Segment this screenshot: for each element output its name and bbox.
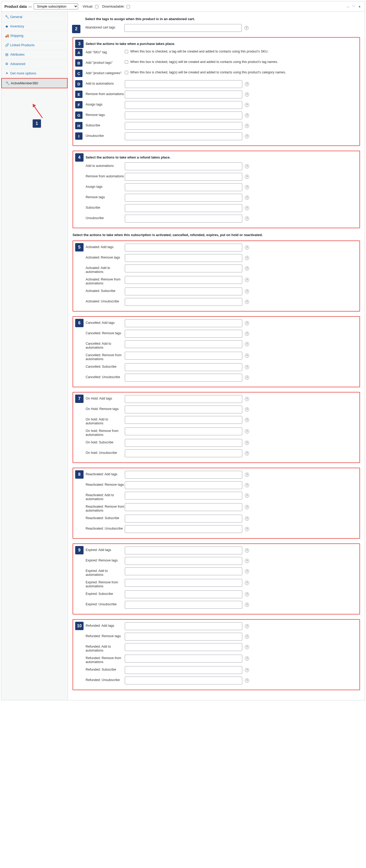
sidebar-item-general[interactable]: 🔧General [1,12,68,22]
toggle-icon[interactable]: ▴ [357,4,362,9]
row-input[interactable] [125,80,242,88]
row-input[interactable] [125,601,242,609]
row-input[interactable] [125,265,242,272]
downloadable-flag[interactable]: Downloadable: [102,4,130,8]
row-input[interactable] [125,183,242,191]
help-icon[interactable]: ? [245,569,249,574]
help-icon[interactable]: ? [245,113,249,118]
help-icon[interactable]: ? [245,451,249,456]
row-input[interactable] [125,567,242,575]
row-input[interactable] [125,319,242,327]
row-input[interactable] [125,395,242,403]
row-input[interactable] [125,439,242,447]
row-input[interactable] [125,450,242,457]
sidebar-item-linked-products[interactable]: 🔗Linked Products [1,40,68,50]
row-input[interactable] [125,428,242,435]
help-icon[interactable]: ? [245,656,249,661]
help-icon[interactable]: ? [245,473,249,477]
row-input[interactable] [125,643,242,651]
help-icon[interactable]: ? [245,103,249,107]
help-icon[interactable]: ? [245,206,249,210]
row-input[interactable] [125,101,242,109]
help-icon[interactable]: ? [245,82,249,86]
help-icon[interactable]: ? [245,266,249,271]
help-icon[interactable]: ? [245,517,249,521]
help-icon[interactable]: ? [245,603,249,607]
help-icon[interactable]: ? [245,505,249,509]
row-input[interactable] [125,622,242,630]
help-icon[interactable]: ? [245,300,249,304]
row-input[interactable] [125,677,242,684]
help-icon[interactable]: ? [245,548,249,553]
row-input[interactable] [125,112,242,119]
help-icon[interactable]: ? [245,175,249,179]
help-icon[interactable]: ? [245,429,249,433]
sidebar-item-advanced[interactable]: ⚙Advanced [1,59,68,69]
collapse-down-icon[interactable]: ﹀ [352,4,356,9]
row-input[interactable] [125,340,242,348]
help-icon[interactable]: ? [245,256,249,260]
help-icon[interactable]: ? [245,365,249,369]
help-icon[interactable]: ? [245,342,249,346]
row-checkbox[interactable] [125,50,128,53]
row-input[interactable] [125,330,242,338]
help-icon[interactable]: ? [245,332,249,336]
row-input[interactable] [125,132,242,140]
row-checkbox[interactable] [125,71,128,74]
help-icon[interactable]: ? [245,407,249,411]
row-input[interactable] [125,406,242,413]
row-input[interactable] [125,471,242,479]
row-input[interactable] [125,525,242,533]
help-icon[interactable]: ? [245,164,249,168]
help-icon[interactable]: ? [245,645,249,649]
help-icon[interactable]: ? [245,527,249,531]
collapse-up-icon[interactable]: ︿ [346,4,350,9]
row-input[interactable] [125,352,242,360]
help-icon[interactable]: ? [245,321,249,326]
help-icon[interactable]: ? [245,375,249,380]
row-input[interactable] [125,244,242,251]
row-input[interactable] [125,122,242,130]
help-icon[interactable]: ? [245,441,249,445]
row-input[interactable] [125,254,242,262]
help-icon[interactable]: ? [245,289,249,293]
row-input[interactable] [125,374,242,381]
sidebar-item-inventory[interactable]: ◆Inventory [1,22,68,31]
row-input[interactable] [125,547,242,554]
row-input[interactable] [125,503,242,511]
sidebar-item-activemember360[interactable]: 🔧ActiveMember360 [1,78,68,88]
help-icon[interactable]: ? [245,216,249,221]
row-input[interactable] [125,287,242,295]
sidebar-item-get-more-options[interactable]: ✦Get more options [1,69,68,78]
help-icon[interactable]: ? [245,134,249,138]
row-input[interactable] [125,579,242,587]
abandoned-input[interactable] [124,24,242,32]
row-input[interactable] [125,515,242,523]
row-input[interactable] [125,298,242,306]
row-input[interactable] [125,194,242,202]
row-input[interactable] [125,276,242,284]
help-icon[interactable]: ? [245,185,249,189]
help-icon[interactable]: ? [245,195,249,200]
help-icon[interactable]: ? [245,668,249,672]
virtual-checkbox[interactable] [95,5,98,8]
row-input[interactable] [125,162,242,170]
row-checkbox[interactable] [125,60,128,64]
help-icon[interactable]: ? [245,494,249,498]
row-input[interactable] [125,204,242,212]
help-icon[interactable]: ? [245,353,249,358]
sidebar-item-shipping[interactable]: 🚚Shipping [1,31,68,40]
help-icon[interactable]: ? [245,418,249,422]
help-icon[interactable]: ? [245,245,249,250]
help-icon[interactable]: ? [245,592,249,596]
virtual-flag[interactable]: Virtual: [83,4,99,8]
help-icon[interactable]: ? [245,278,249,282]
row-input[interactable] [125,666,242,674]
row-input[interactable] [125,481,242,489]
sidebar-item-attributes[interactable]: ▤Attributes [1,50,68,59]
row-input[interactable] [125,655,242,662]
help-icon[interactable]: ? [245,581,249,585]
row-input[interactable] [125,557,242,565]
product-type-select[interactable]: Simple subscription [34,3,78,9]
row-input[interactable] [125,215,242,222]
